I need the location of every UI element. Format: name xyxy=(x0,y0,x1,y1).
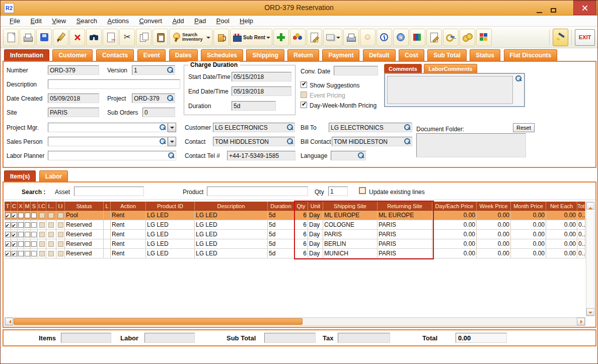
tab-labor-comments[interactable]: LaborComments xyxy=(424,64,477,73)
col-header-net-each[interactable]: Net Each xyxy=(546,202,577,210)
customer-field[interactable] xyxy=(213,124,286,131)
delete-button[interactable] xyxy=(69,29,85,46)
col-header-qty[interactable]: Qty xyxy=(294,202,308,210)
scroll-left-button[interactable] xyxy=(5,318,13,325)
row-check-i[interactable] xyxy=(48,251,54,256)
comments-lookup-icon[interactable] xyxy=(515,75,522,82)
new-button[interactable] xyxy=(3,29,19,46)
row-check-m[interactable] xyxy=(25,251,30,256)
comments-textarea[interactable] xyxy=(387,76,513,104)
menu-actions[interactable]: Actions xyxy=(103,16,133,26)
col-header-duration[interactable]: Duration xyxy=(268,202,294,210)
project-mgr-field[interactable] xyxy=(48,124,159,131)
row-check-t[interactable] xyxy=(5,213,11,218)
dwm-pricing-checkbox[interactable] xyxy=(301,102,307,108)
tax-field[interactable] xyxy=(338,333,390,343)
col-header-x[interactable]: X xyxy=(18,202,24,210)
row-check-x[interactable] xyxy=(18,251,24,256)
row-check-ii[interactable] xyxy=(58,251,63,256)
grid-row[interactable]: Reserved Rent LG LED LG LED 5d 6 Day COL… xyxy=(5,220,585,230)
language-field[interactable] xyxy=(331,152,357,159)
bill-contact-lookup-icon[interactable] xyxy=(404,138,411,145)
disc-button[interactable] xyxy=(393,29,409,46)
col-header-product-id[interactable]: Product ID xyxy=(146,202,195,210)
menu-pad[interactable]: Pad xyxy=(190,16,210,26)
sub-rent-button[interactable]: Sub Rent xyxy=(230,29,272,46)
contact-tel-field[interactable] xyxy=(227,151,295,160)
number-field[interactable] xyxy=(48,65,99,75)
row-check-i[interactable] xyxy=(48,241,54,247)
col-header-ic[interactable]: I.C xyxy=(38,202,46,210)
col-header-t[interactable]: T xyxy=(5,202,11,210)
duration-field[interactable] xyxy=(232,101,276,111)
col-header-c[interactable]: C xyxy=(11,202,18,210)
row-check-x[interactable] xyxy=(18,213,24,218)
tab-cost[interactable]: Cost xyxy=(399,49,424,61)
tab-items[interactable]: Item(s) xyxy=(4,170,36,182)
language-lookup-icon[interactable] xyxy=(357,152,364,159)
version-field[interactable] xyxy=(132,67,167,74)
reset-button[interactable]: Reset xyxy=(513,123,535,132)
wand-button[interactable] xyxy=(553,29,568,46)
row-check-t[interactable] xyxy=(5,232,11,237)
scroll-right-button[interactable] xyxy=(577,318,585,325)
add-line-button[interactable] xyxy=(273,29,289,46)
grid-row[interactable]: Reserved Rent LG LED LG LED 5d 6 Day MUN… xyxy=(5,249,585,258)
col-header-day-each-price[interactable]: Day/Each Price xyxy=(432,202,477,210)
memo-button[interactable] xyxy=(426,29,442,46)
row-check-i[interactable] xyxy=(48,222,54,228)
print-button[interactable] xyxy=(20,29,35,46)
col-header-action[interactable]: Action xyxy=(111,202,146,210)
row-check-x[interactable] xyxy=(18,222,24,228)
tab-dates[interactable]: Dates xyxy=(169,49,198,61)
tab-default[interactable]: Default xyxy=(363,49,396,61)
sales-person-field[interactable] xyxy=(48,138,159,145)
row-check-c[interactable] xyxy=(12,251,17,256)
tab-contacts[interactable]: Contacts xyxy=(96,49,134,61)
contact-lookup-icon[interactable] xyxy=(286,138,293,145)
paste-button[interactable] xyxy=(153,29,168,46)
labor-total-field[interactable] xyxy=(144,333,195,343)
project-field[interactable] xyxy=(132,95,167,102)
tab-status[interactable]: Status xyxy=(470,49,500,61)
time-button[interactable] xyxy=(377,29,392,46)
tab-customer[interactable]: Customer xyxy=(52,49,93,61)
cubes-button[interactable] xyxy=(476,29,492,46)
money-button[interactable] xyxy=(460,29,475,46)
edit-note-button[interactable] xyxy=(307,29,322,46)
scroll-down-button[interactable] xyxy=(586,308,594,316)
smiley-button[interactable]: ☺ xyxy=(360,29,376,46)
col-header-l[interactable]: L xyxy=(104,202,111,210)
end-date-field[interactable] xyxy=(232,86,291,96)
contact-field[interactable] xyxy=(213,138,286,145)
row-check-ii[interactable] xyxy=(58,213,63,218)
col-header-unit[interactable]: Unit xyxy=(308,202,323,210)
grid-row[interactable]: Pool Rent LG LED LG LED 5d 6 Day ML EURO… xyxy=(5,211,585,220)
cut-button[interactable]: ✂ xyxy=(119,29,135,46)
description-field[interactable] xyxy=(48,79,180,89)
tab-schedules[interactable]: Schedules xyxy=(201,49,243,61)
col-header-s[interactable]: S xyxy=(31,202,38,210)
tab-labor[interactable]: Labor xyxy=(39,170,68,182)
menu-convert[interactable]: Convert xyxy=(135,16,166,26)
tab-sub-total[interactable]: Sub Total xyxy=(427,49,467,61)
row-check-t[interactable] xyxy=(5,251,11,256)
items-total-field[interactable] xyxy=(61,333,111,343)
show-suggestions-checkbox[interactable] xyxy=(301,81,307,88)
version-lookup-icon[interactable] xyxy=(167,66,174,74)
menu-edit[interactable]: Edit xyxy=(26,16,45,26)
menu-add[interactable]: Add xyxy=(168,16,188,26)
asset-search-input[interactable] xyxy=(74,187,144,196)
row-check-c[interactable] xyxy=(12,232,17,237)
books-button[interactable] xyxy=(410,29,425,46)
start-date-field[interactable] xyxy=(232,72,291,81)
conv-date-field[interactable] xyxy=(334,66,378,75)
menu-pool[interactable]: Pool xyxy=(212,16,234,26)
row-check-ic[interactable] xyxy=(39,213,45,218)
menu-view[interactable]: View xyxy=(48,16,70,26)
menu-help[interactable]: Help xyxy=(236,16,257,26)
title-bar[interactable]: R2 ORD-379 Reservation xyxy=(1,1,597,16)
customer-lookup-icon[interactable] xyxy=(286,124,293,131)
document-folder-box[interactable] xyxy=(416,133,526,157)
row-check-s[interactable] xyxy=(31,222,37,228)
